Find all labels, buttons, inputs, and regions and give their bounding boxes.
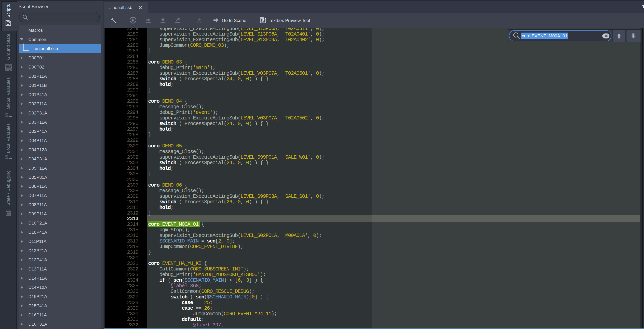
- svg-text:$: $: [5, 112, 8, 118]
- svg-text:$: $: [5, 154, 8, 160]
